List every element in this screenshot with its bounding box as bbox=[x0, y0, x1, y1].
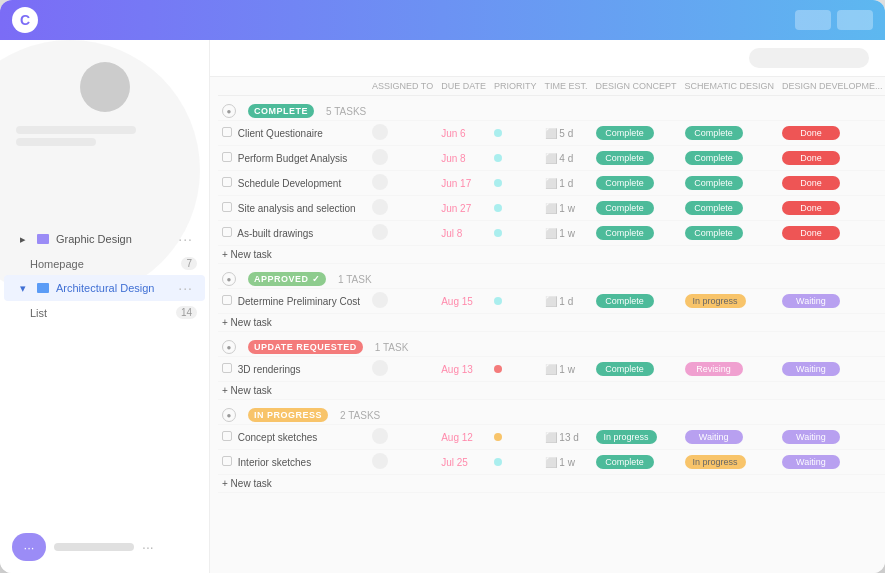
task-schematic-cell[interactable]: Complete bbox=[681, 196, 778, 221]
chat-bubble[interactable]: ··· bbox=[12, 533, 46, 561]
task-name-cell[interactable]: Client Questionaire bbox=[218, 121, 368, 146]
design-concept-pill[interactable]: Complete bbox=[596, 226, 654, 240]
task-design-cell[interactable]: Complete bbox=[592, 171, 681, 196]
design-concept-pill[interactable]: In progress bbox=[596, 430, 657, 444]
new-task-row[interactable]: + New task bbox=[218, 314, 885, 332]
task-design-cell[interactable]: Complete bbox=[592, 146, 681, 171]
schematic-pill[interactable]: Revising bbox=[685, 362, 743, 376]
section-toggle[interactable]: ● bbox=[222, 272, 236, 286]
task-name-cell[interactable]: Determine Preliminary Cost bbox=[218, 289, 368, 314]
task-schematic-cell[interactable]: Complete bbox=[681, 171, 778, 196]
sidebar-sub-item-list[interactable]: List 14 bbox=[0, 302, 209, 323]
task-checkbox[interactable] bbox=[222, 456, 232, 466]
task-dev-cell[interactable]: Done bbox=[778, 121, 885, 146]
task-name-cell[interactable]: As-built drawings bbox=[218, 221, 368, 246]
task-design-cell[interactable]: In progress bbox=[592, 425, 681, 450]
priority-dot bbox=[494, 458, 502, 466]
task-checkbox[interactable] bbox=[222, 202, 232, 212]
task-design-cell[interactable]: Complete bbox=[592, 121, 681, 146]
task-checkbox[interactable] bbox=[222, 431, 232, 441]
sidebar-item-more-arch[interactable]: ··· bbox=[178, 280, 193, 296]
task-checkbox[interactable] bbox=[222, 295, 232, 305]
title-bar-btn1[interactable] bbox=[795, 10, 831, 30]
task-design-cell[interactable]: Complete bbox=[592, 221, 681, 246]
task-design-cell[interactable]: Complete bbox=[592, 289, 681, 314]
new-task-button[interactable]: + New task bbox=[218, 246, 885, 264]
task-dev-cell[interactable]: Done bbox=[778, 221, 885, 246]
task-name-cell[interactable]: Concept sketches bbox=[218, 425, 368, 450]
dev-pill[interactable]: Waiting bbox=[782, 455, 840, 469]
schematic-pill[interactable]: Complete bbox=[685, 151, 743, 165]
section-toggle[interactable]: ● bbox=[222, 408, 236, 422]
task-schematic-cell[interactable]: In progress bbox=[681, 289, 778, 314]
new-task-row[interactable]: + New task bbox=[218, 475, 885, 493]
title-bar-btn2[interactable] bbox=[837, 10, 873, 30]
task-name-cell[interactable]: Schedule Development bbox=[218, 171, 368, 196]
task-schematic-cell[interactable]: Revising bbox=[681, 357, 778, 382]
task-checkbox[interactable] bbox=[222, 227, 232, 237]
schematic-pill[interactable]: In progress bbox=[685, 294, 746, 308]
schematic-pill[interactable]: Waiting bbox=[685, 430, 743, 444]
task-name-cell[interactable]: 3D renderings bbox=[218, 357, 368, 382]
task-design-cell[interactable]: Complete bbox=[592, 357, 681, 382]
task-dev-cell[interactable]: Waiting bbox=[778, 357, 885, 382]
design-concept-pill[interactable]: Complete bbox=[596, 362, 654, 376]
design-concept-pill[interactable]: Complete bbox=[596, 455, 654, 469]
dev-pill[interactable]: Done bbox=[782, 226, 840, 240]
dev-pill[interactable]: Done bbox=[782, 201, 840, 215]
task-schematic-cell[interactable]: Complete bbox=[681, 146, 778, 171]
sidebar-sub-item-homepage[interactable]: Homepage 7 bbox=[0, 253, 209, 274]
design-concept-pill[interactable]: Complete bbox=[596, 201, 654, 215]
task-dev-cell[interactable]: Waiting bbox=[778, 425, 885, 450]
task-checkbox[interactable] bbox=[222, 127, 232, 137]
design-concept-pill[interactable]: Complete bbox=[596, 126, 654, 140]
schematic-pill[interactable]: Complete bbox=[685, 176, 743, 190]
new-task-row[interactable]: + New task bbox=[218, 246, 885, 264]
task-checkbox[interactable] bbox=[222, 152, 232, 162]
dev-pill[interactable]: Done bbox=[782, 126, 840, 140]
schematic-pill[interactable]: Complete bbox=[685, 126, 743, 140]
task-schematic-cell[interactable]: In progress bbox=[681, 450, 778, 475]
design-concept-pill[interactable]: Complete bbox=[596, 176, 654, 190]
task-dev-cell[interactable]: Waiting bbox=[778, 450, 885, 475]
schematic-pill[interactable]: Complete bbox=[685, 226, 743, 240]
task-due-cell: Jul 25 bbox=[437, 450, 490, 475]
task-checkbox[interactable] bbox=[222, 363, 232, 373]
col-header-time: TIME EST. bbox=[541, 77, 592, 96]
task-name-cell[interactable]: Perform Budget Analysis bbox=[218, 146, 368, 171]
task-checkbox[interactable] bbox=[222, 177, 232, 187]
task-dev-cell[interactable]: Done bbox=[778, 171, 885, 196]
task-dev-cell[interactable]: Done bbox=[778, 146, 885, 171]
task-priority-cell bbox=[490, 450, 541, 475]
schematic-pill[interactable]: Complete bbox=[685, 201, 743, 215]
design-concept-pill[interactable]: Complete bbox=[596, 151, 654, 165]
new-task-button[interactable]: + New task bbox=[218, 314, 885, 332]
dev-pill[interactable]: Waiting bbox=[782, 294, 840, 308]
task-due-cell: Jun 17 bbox=[437, 171, 490, 196]
new-task-row[interactable]: + New task bbox=[218, 382, 885, 400]
new-task-button[interactable]: + New task bbox=[218, 475, 885, 493]
sidebar-item-graphic-design[interactable]: ▸ Graphic Design ··· bbox=[4, 226, 205, 252]
dev-pill[interactable]: Waiting bbox=[782, 362, 840, 376]
task-design-cell[interactable]: Complete bbox=[592, 450, 681, 475]
schematic-pill[interactable]: In progress bbox=[685, 455, 746, 469]
chat-more-icon[interactable]: ··· bbox=[142, 539, 154, 555]
task-name-cell[interactable]: Interior sketches bbox=[218, 450, 368, 475]
sidebar-item-architectural-design[interactable]: ▾ Architectural Design ··· bbox=[4, 275, 205, 301]
sidebar-item-more-graphic[interactable]: ··· bbox=[178, 231, 193, 247]
task-schematic-cell[interactable]: Complete bbox=[681, 221, 778, 246]
task-schematic-cell[interactable]: Waiting bbox=[681, 425, 778, 450]
dev-pill[interactable]: Done bbox=[782, 176, 840, 190]
section-toggle[interactable]: ● bbox=[222, 340, 236, 354]
dev-pill[interactable]: Waiting bbox=[782, 430, 840, 444]
search-bar[interactable] bbox=[749, 48, 869, 68]
task-name-cell[interactable]: Site analysis and selection bbox=[218, 196, 368, 221]
task-dev-cell[interactable]: Done bbox=[778, 196, 885, 221]
task-schematic-cell[interactable]: Complete bbox=[681, 121, 778, 146]
new-task-button[interactable]: + New task bbox=[218, 382, 885, 400]
dev-pill[interactable]: Done bbox=[782, 151, 840, 165]
section-toggle[interactable]: ● bbox=[222, 104, 236, 118]
task-design-cell[interactable]: Complete bbox=[592, 196, 681, 221]
task-dev-cell[interactable]: Waiting bbox=[778, 289, 885, 314]
design-concept-pill[interactable]: Complete bbox=[596, 294, 654, 308]
